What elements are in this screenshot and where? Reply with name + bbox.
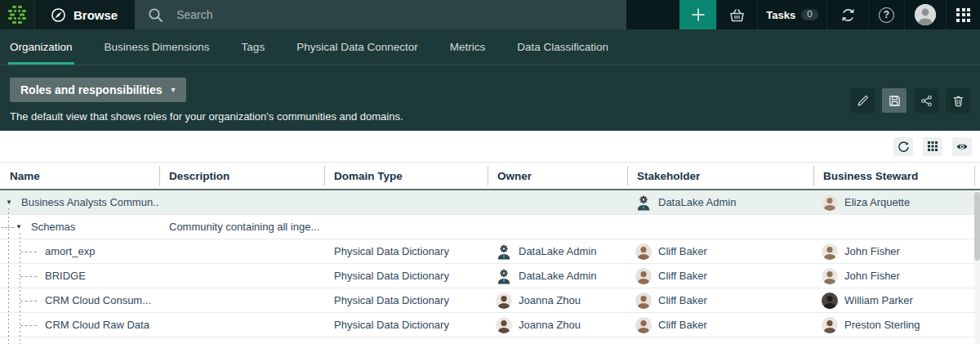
tab-metrics[interactable]: Metrics xyxy=(450,29,486,65)
header-stub xyxy=(974,163,980,189)
sync-icon xyxy=(840,7,857,24)
refresh-icon xyxy=(898,141,910,153)
column-header-description[interactable]: Description xyxy=(159,163,324,189)
name-cell: ▼Schemas xyxy=(0,215,159,239)
nav-band: OrganizationBusiness DimensionsTagsPhysi… xyxy=(0,29,980,131)
name-cell: ▼Business Analysts Commun... xyxy=(0,190,159,214)
owner-cell: Joanna Zhou xyxy=(488,288,627,312)
name-cell: BRIDGE xyxy=(0,264,159,288)
asset-name[interactable]: amort_exp xyxy=(0,245,95,257)
tree-connector xyxy=(20,301,37,302)
tasks-button[interactable]: Tasks 0 xyxy=(757,0,826,29)
description-cell xyxy=(159,264,324,288)
table-row[interactable]: ▼SchemasCommunity containing all inge... xyxy=(0,215,980,239)
save-icon xyxy=(888,94,902,108)
module-tabs: OrganizationBusiness DimensionsTagsPhysi… xyxy=(0,29,980,65)
business-steward-cell: John Fisher xyxy=(813,239,974,263)
column-header-business-steward[interactable]: Business Steward xyxy=(813,163,974,189)
stakeholder-name: DataLake Admin xyxy=(658,196,736,208)
column-header-domain-type[interactable]: Domain Type xyxy=(324,163,488,189)
tab-physical-data-connector[interactable]: Physical Data Connector xyxy=(296,29,418,65)
table-body: ▼Business Analysts Commun...DataLake Adm… xyxy=(0,190,980,344)
stakeholder-cell: Cliff Baker xyxy=(627,264,813,288)
domain-type-cell: Physical Data Dictionary xyxy=(324,239,488,263)
domain-type-cell: Physical Data Dictionary xyxy=(324,313,488,337)
owner-name: Joanna Zhou xyxy=(519,319,581,331)
business-steward-name: John Fisher xyxy=(844,270,900,282)
table-row[interactable]: BRIDGEPhysical Data DictionaryDataLake A… xyxy=(0,264,980,288)
plus-icon xyxy=(691,7,706,22)
domain-type-cell xyxy=(324,190,488,214)
data-basket-button[interactable] xyxy=(716,0,757,29)
business-steward-name: Eliza Arquette xyxy=(844,196,910,208)
tab-organization[interactable]: Organization xyxy=(10,29,73,65)
owner-cell xyxy=(488,215,627,239)
auto-refresh-button[interactable] xyxy=(893,137,913,156)
pencil-icon xyxy=(856,94,870,108)
owner-name: DataLake Admin xyxy=(519,270,596,282)
tab-business-dimensions[interactable]: Business Dimensions xyxy=(105,29,210,65)
table-row[interactable]: amort_expPhysical Data DictionaryDataLak… xyxy=(0,239,980,264)
owner-cell: DataLake Admin xyxy=(488,264,627,288)
tab-tags[interactable]: Tags xyxy=(242,29,265,65)
business-steward-name: William Parker xyxy=(844,294,913,306)
avatar xyxy=(635,317,652,333)
view-actions xyxy=(850,88,970,113)
eye-icon xyxy=(956,141,969,152)
expand-caret-icon[interactable]: ▼ xyxy=(6,199,12,206)
business-steward-cell: John Fisher xyxy=(813,264,974,288)
avatar xyxy=(822,293,838,309)
column-settings-button[interactable] xyxy=(923,137,942,156)
app-logo[interactable] xyxy=(0,0,35,29)
share-view-button[interactable] xyxy=(914,88,938,113)
stakeholder-name: Cliff Baker xyxy=(658,245,707,257)
global-search[interactable] xyxy=(135,0,626,29)
column-header-owner[interactable]: Owner xyxy=(488,163,627,189)
preview-button[interactable] xyxy=(952,137,972,156)
expand-caret-icon[interactable]: ▼ xyxy=(16,223,22,230)
stakeholder-cell: Cliff Baker xyxy=(627,288,813,312)
search-input[interactable] xyxy=(175,7,614,22)
save-view-button[interactable] xyxy=(882,88,906,113)
table-row[interactable]: CRM Cloud Consum...Physical Data Diction… xyxy=(0,288,980,313)
help-button[interactable]: ? xyxy=(868,0,904,29)
stakeholder-cell: Cliff Baker xyxy=(627,239,813,263)
sync-button[interactable] xyxy=(826,0,868,29)
avatar xyxy=(635,293,652,309)
table-toolbar xyxy=(0,131,980,162)
delete-view-button[interactable] xyxy=(946,88,970,113)
business-steward-cell: William Parker xyxy=(813,288,974,312)
column-header-stakeholder[interactable]: Stakeholder xyxy=(627,163,813,189)
stakeholder-cell xyxy=(627,215,813,239)
compass-icon xyxy=(51,7,66,23)
scrollbar-thumb[interactable] xyxy=(974,192,980,261)
apps-menu-button[interactable] xyxy=(946,0,980,29)
avatar xyxy=(496,293,512,309)
asset-name[interactable]: Business Analysts Commun... xyxy=(0,196,159,208)
view-selector-button[interactable]: Roles and responsibilities ▾ xyxy=(10,78,186,102)
user-menu-button[interactable] xyxy=(904,0,946,29)
browse-button[interactable]: Browse xyxy=(35,0,135,29)
view-description: The default view that shows roles for yo… xyxy=(10,110,980,123)
edit-view-button[interactable] xyxy=(850,88,875,113)
stakeholder-cell: Cliff Baker xyxy=(627,313,813,337)
chevron-down-icon: ▾ xyxy=(172,86,176,94)
asset-name[interactable]: BRIDGE xyxy=(0,270,86,282)
apps-grid-icon xyxy=(956,8,970,22)
avatar xyxy=(635,268,652,284)
table-row[interactable]: ▼Business Analysts Commun...DataLake Adm… xyxy=(0,190,980,215)
domain-type-cell: Physical Data Dictionary xyxy=(324,288,488,312)
business-steward-name: John Fisher xyxy=(844,245,900,257)
tab-data-classification[interactable]: Data Classification xyxy=(517,29,608,65)
avatar xyxy=(635,243,652,260)
owner-name: Joanna Zhou xyxy=(519,294,581,306)
topbar-spacer xyxy=(626,0,679,29)
user-avatar xyxy=(915,4,936,25)
name-cell: CRM Cloud Raw Data xyxy=(0,313,159,337)
stakeholder-name: Cliff Baker xyxy=(658,319,707,331)
view-selector-label: Roles and responsibilities xyxy=(20,83,163,96)
create-asset-button[interactable] xyxy=(679,0,716,29)
column-header-name[interactable]: Name xyxy=(0,163,159,189)
name-cell: amort_exp xyxy=(0,239,159,263)
table-row[interactable]: CRM Cloud Raw DataPhysical Data Dictiona… xyxy=(0,313,980,337)
